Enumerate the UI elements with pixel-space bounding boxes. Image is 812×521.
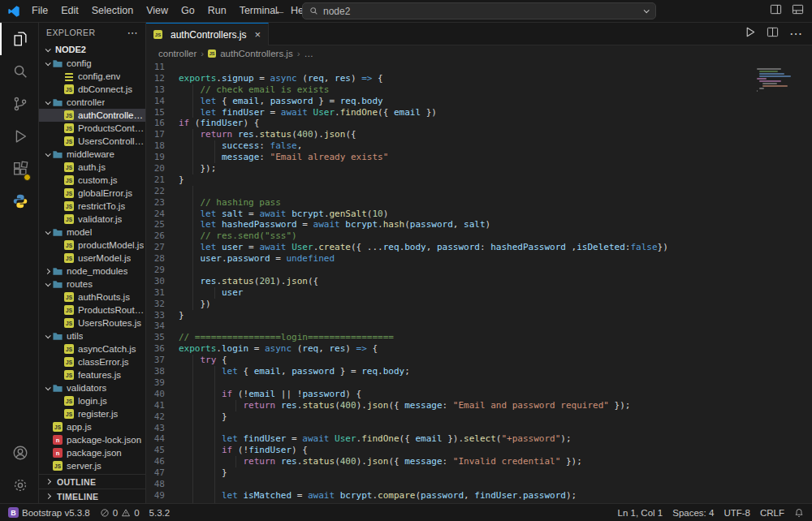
tree-item-app.js[interactable]: JSapp.js — [39, 420, 145, 433]
folder-icon — [53, 227, 63, 237]
run-debug-icon[interactable] — [0, 120, 38, 153]
js-file-icon: JS — [64, 84, 74, 94]
tree-item-asyncCatch.js[interactable]: JSasyncCatch.js — [39, 342, 145, 355]
menu-edit[interactable]: Edit — [54, 0, 85, 22]
tree-item-UsersRoutes.js[interactable]: JSUsersRoutes.js — [39, 316, 145, 329]
line-number: 47 — [146, 467, 179, 479]
code-area[interactable]: 1112exports.signup = async (req, res) =>… — [146, 62, 812, 503]
menu-selection[interactable]: Selection — [85, 0, 140, 22]
tree-item-userModel.js[interactable]: JSuserModel.js — [39, 252, 145, 265]
tree-item-features.js[interactable]: JSfeatures.js — [39, 368, 145, 381]
editor-group: JS authControllers.js × ⋯ controller › J… — [146, 23, 812, 503]
chevron-down-icon — [45, 229, 51, 235]
indent-guide — [192, 96, 193, 107]
breadcrumb-folder[interactable]: controller — [158, 49, 197, 58]
notifications-bell-icon[interactable] — [789, 508, 809, 518]
minimap-line — [757, 68, 781, 70]
code-line-50: 50if (!isMatched) { — [146, 502, 812, 503]
tree-item-authControllers.js[interactable]: JSauthControllers.js — [39, 109, 145, 122]
tree-item-globalError.js[interactable]: JSglobalError.js — [39, 187, 145, 200]
code-line-33: 33} — [146, 310, 812, 321]
tree-item-package.json[interactable]: npackage.json — [39, 446, 145, 459]
tree-item-authRouts.js[interactable]: JSauthRouts.js — [39, 291, 145, 304]
tree-item-validators[interactable]: validators — [39, 381, 145, 394]
tree-item-package-lock.json[interactable]: npackage-lock.json — [39, 433, 145, 446]
tree-item-model[interactable]: model — [39, 226, 145, 239]
indent-guide — [214, 411, 215, 423]
code-line-47: 47} — [146, 467, 812, 479]
minimap[interactable] — [750, 62, 812, 503]
code-line-15: 15let findUser = await User.findOne({ em… — [146, 107, 812, 118]
status-encoding[interactable]: UTF-8 — [719, 508, 755, 518]
tree-item-utils[interactable]: utils — [39, 329, 145, 342]
tree-item-UsersControllers.js[interactable]: JSUsersControllers.js — [39, 135, 145, 148]
menu-go[interactable]: Go — [175, 0, 201, 22]
workspace-root[interactable]: NODE2 — [39, 42, 145, 57]
status-bar: B Bootstrap v5.3.8 0 0 5.3.2 Ln 1, Col 1… — [0, 503, 812, 521]
minimap-line — [762, 85, 788, 87]
search-icon — [309, 6, 318, 15]
status-cursor-position[interactable]: Ln 1, Col 1 — [613, 508, 668, 518]
tree-item-productModel.js[interactable]: JSproductModel.js — [39, 239, 145, 252]
js-file-icon: JS — [64, 136, 74, 146]
tree-item-custom.js[interactable]: JScustom.js — [39, 174, 145, 187]
tree-item-register.js[interactable]: JSregister.js — [39, 407, 145, 420]
account-icon[interactable] — [0, 437, 38, 469]
python-extension-icon[interactable] — [0, 185, 38, 217]
line-number: 26 — [146, 230, 179, 242]
status-bootstrap[interactable]: B Bootstrap v5.3.8 — [3, 504, 95, 521]
tree-item-ProductsControllers.js[interactable]: JSProductsControllers.js — [39, 122, 145, 135]
status-problems[interactable]: 0 0 — [95, 504, 145, 521]
breadcrumb-symbol[interactable]: … — [304, 49, 313, 58]
tree-item-node_modules[interactable]: node_modules — [39, 265, 145, 278]
tree-item-validator.js[interactable]: JSvalidator.js — [39, 213, 145, 226]
tree-item-controller[interactable]: controller — [39, 96, 145, 109]
menu-run[interactable]: Run — [201, 0, 233, 22]
layout-panel-icon[interactable] — [770, 3, 782, 19]
status-eol[interactable]: CRLF — [755, 508, 789, 518]
minimap-line — [759, 71, 777, 72]
line-number: 21 — [146, 174, 179, 186]
line-number: 29 — [146, 265, 179, 276]
close-icon[interactable]: × — [254, 29, 261, 40]
code-line-27: 27let user = await User.create({ ...req.… — [146, 242, 812, 253]
tree-item-config[interactable]: config — [39, 57, 145, 70]
timeline-section[interactable]: TIMELINE — [39, 489, 145, 503]
tree-item-login.js[interactable]: JSlogin.js — [39, 394, 145, 407]
status-version[interactable]: 5.3.2 — [145, 504, 175, 521]
indent-guide — [192, 299, 193, 310]
menu-file[interactable]: File — [25, 0, 54, 22]
breadcrumb-file[interactable]: authControllers.js — [220, 49, 292, 58]
back-button[interactable]: ← — [274, 0, 286, 22]
settings-icon[interactable] — [0, 469, 38, 502]
code-line-35: 35// ================login==============… — [146, 332, 812, 343]
split-editor-button[interactable] — [767, 26, 779, 41]
tree-item-server.js[interactable]: JSserver.js — [39, 459, 145, 472]
more-actions-icon[interactable]: ⋯ — [789, 26, 802, 41]
run-button[interactable] — [744, 26, 756, 41]
tree-item-middleware[interactable]: middleware — [39, 148, 145, 161]
indent-guide — [192, 140, 193, 152]
tree-item-auth.js[interactable]: JSauth.js — [39, 161, 145, 174]
menu-view[interactable]: View — [140, 0, 175, 22]
tab-authcontrollers[interactable]: JS authControllers.js × — [146, 23, 269, 45]
tree-item-ProductsRouts.js[interactable]: JSProductsRouts.js — [39, 304, 145, 316]
explorer-icon[interactable] — [0, 23, 38, 55]
layout-customize-icon[interactable] — [792, 3, 804, 19]
source-control-icon[interactable] — [0, 88, 38, 120]
tree-item-config.env[interactable]: config.env — [39, 70, 145, 83]
tree-item-classError.js[interactable]: JSclassError.js — [39, 355, 145, 368]
chevron-down-icon — [45, 333, 51, 338]
command-center-search[interactable]: node2 — [302, 2, 656, 19]
tree-item-restrictTo.js[interactable]: JSrestrictTo.js — [39, 200, 145, 213]
outline-section[interactable]: OUTLINE — [39, 474, 145, 489]
search-icon[interactable] — [0, 55, 38, 88]
extensions-icon[interactable] — [0, 153, 38, 185]
indent-guide — [214, 502, 215, 503]
more-actions-icon[interactable]: ⋯ — [127, 27, 138, 39]
tree-item-dbConnect.js[interactable]: JSdbConnect.js — [39, 83, 145, 96]
tree-item-routes[interactable]: routes — [39, 278, 145, 291]
status-indentation[interactable]: Spaces: 4 — [667, 508, 719, 518]
code-line-49: 49let isMatched = await bcrypt.compare(p… — [146, 490, 812, 502]
vscode-logo-icon — [7, 4, 21, 18]
